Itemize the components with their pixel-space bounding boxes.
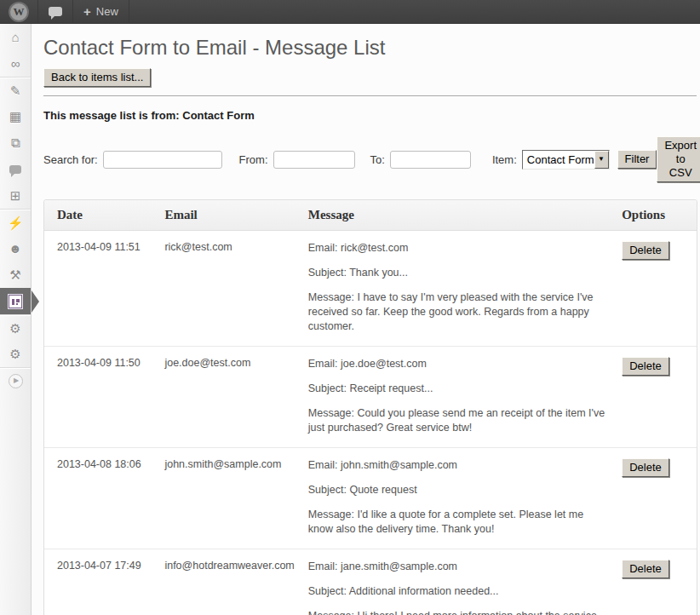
pages-icon: ⧉ bbox=[11, 136, 20, 149]
sidebar-item-comments[interactable] bbox=[0, 156, 31, 182]
table-row: 2013-04-09 11:51 rick@test.com Email: ri… bbox=[44, 231, 697, 346]
users-icon: ☻ bbox=[9, 242, 22, 255]
item-select[interactable]: Contact Form ▼ bbox=[522, 150, 610, 170]
delete-button[interactable]: Delete bbox=[622, 458, 669, 477]
message-date: 2013-04-07 17:49 bbox=[44, 549, 158, 615]
item-label: Item: bbox=[492, 153, 517, 166]
message-subject-line: Subject: Receipt request... bbox=[308, 382, 608, 396]
export-csv-button[interactable]: Export to CSV bbox=[657, 136, 700, 182]
comment-bubble-icon bbox=[49, 7, 62, 16]
pushpin-icon: ✎ bbox=[10, 84, 21, 97]
collapse-arrow-icon: ▶ bbox=[9, 374, 23, 388]
column-header-email: Email bbox=[158, 200, 301, 231]
table-row: 2013-04-08 18:06 john.smith@sample.com E… bbox=[44, 447, 697, 549]
plus-icon: + bbox=[83, 4, 91, 19]
table-row: 2013-04-07 17:49 info@hotdreamweaver.com… bbox=[44, 549, 697, 615]
message-sender-email: joe.doe@test.com bbox=[158, 346, 301, 447]
filter-bar: Search for: From: To: Item: Contact Form… bbox=[43, 136, 700, 182]
delete-button[interactable]: Delete bbox=[622, 560, 669, 578]
message-date: 2013-04-09 11:50 bbox=[44, 346, 158, 447]
sidebar-item-plugins[interactable]: ⚡ bbox=[0, 209, 31, 235]
delete-button[interactable]: Delete bbox=[622, 241, 669, 260]
message-sender-email: rick@test.com bbox=[158, 231, 301, 346]
message-content: Email: rick@test.com Subject: Thank you.… bbox=[301, 231, 615, 346]
message-content: Email: john.smith@sample.com Subject: Qu… bbox=[301, 447, 615, 549]
message-subject-line: Subject: Quote request bbox=[308, 483, 608, 497]
sidebar-item-settings[interactable]: ⚙ bbox=[0, 314, 31, 341]
sidebar-item-appearance[interactable]: ⊞ bbox=[0, 182, 31, 209]
message-body-line: Message: Could you please send me an rec… bbox=[308, 406, 608, 435]
page-title: Contact Form to Email - Message List bbox=[43, 36, 697, 60]
sidebar-item-contact-form-to-email[interactable] bbox=[0, 288, 31, 314]
list-source-heading: This message list is from: Contact Form bbox=[43, 109, 697, 122]
binoculars-icon: ∞ bbox=[11, 57, 20, 70]
from-label: From: bbox=[239, 153, 268, 166]
message-sender-email: info@hotdreamweaver.com bbox=[158, 549, 301, 615]
sidebar-item-search[interactable]: ∞ bbox=[0, 50, 31, 77]
sidebar-item-dashboard[interactable]: ⌂ bbox=[0, 24, 31, 50]
message-body-line: Message: I have to say I'm very pleased … bbox=[308, 290, 608, 334]
message-email-line: Email: john.smith@sample.com bbox=[308, 458, 608, 473]
message-email-line: Email: rick@test.com bbox=[308, 241, 608, 256]
sidebar-item-users[interactable]: ☻ bbox=[0, 235, 31, 262]
item-selected-value: Contact Form bbox=[523, 151, 594, 169]
to-label: To: bbox=[370, 153, 385, 166]
wordpress-logo-icon: W bbox=[10, 3, 27, 20]
column-header-message: Message bbox=[301, 200, 615, 231]
column-header-options: Options bbox=[615, 200, 697, 231]
media-icon: ▦ bbox=[9, 110, 21, 123]
message-date: 2013-04-09 11:51 bbox=[44, 231, 158, 346]
message-sender-email: john.smith@sample.com bbox=[158, 447, 301, 549]
admin-sidebar: ⌂∞✎▦⧉⊞⚡☻⚒⚙⚙▶ bbox=[0, 24, 32, 615]
message-email-line: Email: jane.smith@sample.com bbox=[308, 560, 608, 574]
sidebar-item-settings-alt[interactable]: ⚙ bbox=[0, 341, 31, 367]
message-subject-line: Subject: Additional information needed..… bbox=[308, 584, 608, 599]
delete-button[interactable]: Delete bbox=[622, 357, 669, 376]
gear-icon: ⚙ bbox=[9, 348, 20, 360]
table-header-row: Date Email Message Options bbox=[44, 200, 697, 231]
column-header-date: Date bbox=[44, 200, 158, 231]
message-subject-line: Subject: Thank you... bbox=[308, 266, 608, 280]
table-row: 2013-04-09 11:50 joe.doe@test.com Email:… bbox=[44, 346, 697, 447]
sidebar-item-posts[interactable]: ✎ bbox=[0, 77, 31, 103]
home-icon: ⌂ bbox=[11, 31, 19, 43]
comments-shortcut-button[interactable] bbox=[38, 0, 73, 23]
wordpress-menu-button[interactable]: W bbox=[0, 0, 38, 23]
new-content-button[interactable]: + New bbox=[73, 0, 129, 23]
sidebar-item-pages[interactable]: ⧉ bbox=[0, 129, 31, 156]
tools-icon: ⚒ bbox=[9, 268, 20, 281]
search-input[interactable] bbox=[103, 151, 222, 169]
admin-bar: W + New bbox=[0, 0, 700, 24]
plug-icon: ⚡ bbox=[8, 216, 24, 229]
message-body-line: Message: I'd like a quote for a complete… bbox=[308, 508, 608, 537]
message-body-line: Message: Hi there! I need more informati… bbox=[308, 609, 608, 615]
back-to-items-button[interactable]: Back to items list... bbox=[43, 68, 151, 87]
plugin-active-icon bbox=[9, 295, 22, 308]
sidebar-item-media[interactable]: ▦ bbox=[0, 103, 31, 129]
search-label: Search for: bbox=[43, 153, 98, 166]
sidebar-item-collapse-menu[interactable]: ▶ bbox=[0, 367, 31, 394]
message-email-line: Email: joe.doe@test.com bbox=[308, 357, 608, 371]
gear-icon: ⚙ bbox=[9, 322, 20, 335]
comment-bubble-icon bbox=[9, 165, 21, 174]
message-content: Email: jane.smith@sample.com Subject: Ad… bbox=[301, 549, 615, 615]
message-content: Email: joe.doe@test.com Subject: Receipt… bbox=[301, 346, 615, 447]
layout-icon: ⊞ bbox=[10, 189, 21, 202]
from-date-input[interactable] bbox=[273, 151, 355, 169]
new-label: New bbox=[96, 5, 118, 18]
filter-button[interactable]: Filter bbox=[617, 150, 657, 169]
divider bbox=[43, 95, 697, 97]
to-date-input[interactable] bbox=[390, 151, 471, 169]
message-list-table: Date Email Message Options 2013-04-09 11… bbox=[43, 199, 697, 615]
chevron-down-icon[interactable]: ▼ bbox=[594, 151, 609, 169]
main-content: Contact Form to Email - Message List Bac… bbox=[32, 24, 700, 615]
sidebar-item-tools[interactable]: ⚒ bbox=[0, 262, 31, 288]
message-date: 2013-04-08 18:06 bbox=[44, 447, 158, 549]
